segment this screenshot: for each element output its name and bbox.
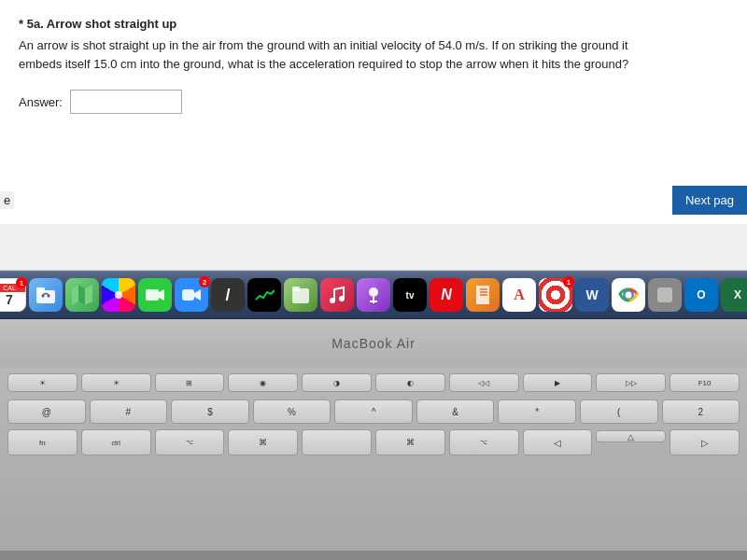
question-title: * 5a. Arrow shot straight up	[19, 17, 728, 31]
macbook-label: MacBook Air	[331, 336, 416, 351]
key-dollar[interactable]: $	[171, 399, 249, 424]
dock-bar: CAL 7 1 2 / tv	[0, 271, 747, 319]
key-f5[interactable]: ◑	[302, 373, 372, 392]
left-edge-label: e	[0, 191, 14, 209]
key-star[interactable]: *	[498, 399, 576, 424]
svg-marker-14	[78, 285, 85, 305]
answer-row: Answer:	[19, 90, 728, 114]
key-caret[interactable]: ^	[334, 399, 413, 424]
key-f7[interactable]: ◁◁	[449, 373, 519, 392]
key-percent[interactable]: %	[253, 399, 331, 424]
dock-icon-chrome[interactable]	[612, 278, 645, 312]
dock-icon-finder[interactable]	[29, 278, 63, 312]
key-amp[interactable]: &	[416, 399, 495, 424]
svg-marker-19	[194, 289, 201, 301]
key-f10[interactable]: F10	[669, 373, 740, 392]
svg-marker-17	[159, 289, 164, 301]
num-key-row: @ # $ % ^ & * ( 2	[0, 396, 747, 427]
dock-icon-books[interactable]	[466, 278, 500, 312]
answer-label: Answer:	[19, 95, 63, 109]
svg-rect-18	[182, 289, 194, 301]
key-arrow-up[interactable]: △	[596, 430, 666, 442]
macbook-label-area: MacBook Air	[0, 319, 747, 368]
key-f8[interactable]: ▶	[523, 373, 593, 392]
key-arrow-right[interactable]: ▷	[669, 429, 740, 455]
key-hash[interactable]: #	[90, 399, 168, 424]
dock-icon-netflix[interactable]: N	[430, 278, 463, 312]
question-body: An arrow is shot straight up in the air …	[19, 36, 728, 73]
question-body-line1: An arrow is shot straight up in the air …	[19, 38, 628, 52]
fn-key-row: ☀ ☀ ⊞ ◉ ◑ ◐ ◁◁ ▶ ▷▷ F10	[0, 368, 747, 396]
dock-icon-activity[interactable]: 1	[539, 278, 572, 312]
key-space[interactable]	[302, 429, 372, 455]
dock-icon-stocks[interactable]	[247, 278, 281, 312]
next-btn-area: Next pag	[672, 186, 747, 215]
svg-point-12	[48, 295, 50, 298]
svg-point-15	[115, 291, 122, 299]
dock-icon-podcasts[interactable]	[357, 278, 390, 312]
svg-point-11	[42, 295, 45, 298]
keyboard-area: ☀ ☀ ⊞ ◉ ◑ ◐ ◁◁ ▶ ▷▷ F10 @ # $ % ^ & * ( …	[0, 368, 747, 551]
key-alt-right[interactable]: ⌥	[449, 429, 519, 455]
svg-rect-21	[292, 287, 300, 291]
key-f9[interactable]: ▷▷	[596, 373, 666, 392]
dock-icon-zoom[interactable]: 2	[175, 278, 208, 312]
next-page-button[interactable]: Next pag	[672, 186, 747, 215]
page-content: * 5a. Arrow shot straight up An arrow is…	[0, 0, 747, 271]
svg-rect-9	[36, 290, 55, 303]
dock-icon-excel[interactable]: X	[721, 278, 747, 312]
svg-rect-10	[36, 287, 45, 292]
key-arrow-left[interactable]: ◁	[523, 429, 593, 455]
dock-icon-outlook[interactable]: O	[684, 278, 718, 312]
svg-point-23	[339, 296, 345, 301]
dock-icon-maps[interactable]	[65, 278, 99, 312]
dock-icon-word[interactable]: W	[575, 278, 609, 312]
key-ctrl[interactable]: ctrl	[81, 429, 151, 455]
main-key-row: fn ctrl ⌥ ⌘ ⌘ ⌥ ◁ △ ▷	[0, 427, 747, 459]
key-alt[interactable]: ⌥	[155, 429, 225, 455]
dock-icon-calendar[interactable]: CAL 7 1	[0, 278, 26, 312]
dock-icon-language[interactable]: A	[502, 278, 536, 312]
key-f4[interactable]: ◉	[228, 373, 298, 392]
key-open-paren[interactable]: (	[580, 399, 658, 424]
key-f3[interactable]: ⊞	[155, 373, 225, 392]
dock-icon-gray[interactable]	[648, 278, 682, 312]
dock-icon-photos[interactable]	[102, 278, 135, 312]
key-f6[interactable]: ◐	[375, 373, 445, 392]
answer-input[interactable]	[70, 90, 182, 114]
question-body-line2: embeds itself 15.0 cm into the ground, w…	[19, 57, 628, 71]
svg-point-32	[626, 292, 632, 299]
question-area: * 5a. Arrow shot straight up An arrow is…	[0, 0, 747, 224]
svg-point-24	[369, 287, 378, 297]
dock-icon-facetime[interactable]	[138, 278, 172, 312]
svg-rect-33	[657, 287, 672, 302]
key-space-fn[interactable]: fn	[7, 429, 78, 455]
svg-rect-16	[146, 289, 159, 301]
dock-icon-music[interactable]	[320, 278, 354, 312]
dock-icon-tv[interactable]: tv	[393, 278, 427, 312]
dock-icon-notes[interactable]: /	[211, 278, 245, 312]
dock-icon-files[interactable]	[284, 278, 317, 312]
key-2[interactable]: 2	[662, 399, 740, 424]
key-f2[interactable]: ☀	[81, 373, 151, 392]
key-cmd-right[interactable]: ⌘	[375, 429, 445, 455]
key-at[interactable]: @	[7, 399, 86, 424]
svg-point-22	[330, 298, 335, 303]
key-cmd-left[interactable]: ⌘	[228, 429, 298, 455]
key-f1[interactable]: ☀	[7, 373, 78, 392]
